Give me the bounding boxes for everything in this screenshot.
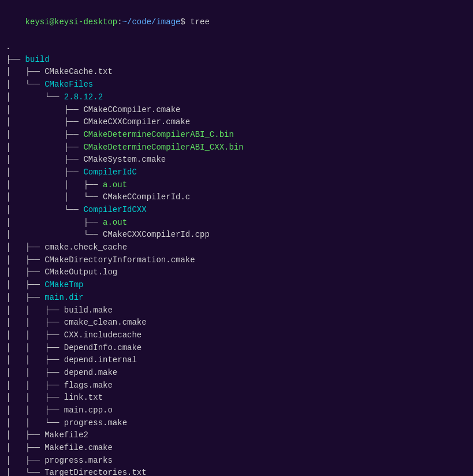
tree-line: │ ├── main.dir (6, 292, 467, 304)
terminal-window: keysi@keysi-desktop:~/code/image$ tree .… (6, 3, 467, 476)
tree-line: │ │ └── CMakeCCompilerId.c (6, 191, 467, 204)
prompt-path: ~/code/image (122, 17, 181, 27)
tree-line: │ │ ├── CXX.includecache (6, 329, 467, 342)
tree-line: │ ├── CMakeCXXCompiler.cmake (6, 116, 467, 129)
tree-line: │ ├── CMakeSystem.cmake (6, 154, 467, 166)
tree-line: │ └── CMakeFiles (6, 79, 467, 91)
tree-line: │ │ ├── depend.internal (6, 354, 467, 367)
tree-line: │ ├── a.out (6, 217, 467, 229)
tree-line: │ └── 2.8.12.2 (6, 91, 467, 104)
tree-line: │ ├── CMakeCache.txt (6, 66, 467, 79)
tree-line: │ │ ├── build.make (6, 304, 467, 317)
prompt-line: keysi@keysi-desktop:~/code/image$ tree (6, 3, 467, 41)
tree-line: │ │ ├── DependInfo.cmake (6, 342, 467, 355)
tree-line: │ ├── CMakeDetermineCompilerABI_C.bin (6, 129, 467, 142)
tree-line: │ ├── CMakeCCompiler.cmake (6, 104, 467, 117)
tree-line: │ │ ├── cmake_clean.cmake (6, 317, 467, 329)
tree-line: │ ├── Makefile2 (6, 429, 467, 442)
tree-line: │ ├── CMakeDetermineCompilerABI_CXX.bin (6, 142, 467, 154)
tree-line: │ │ ├── link.txt (6, 392, 467, 404)
tree-line: │ ├── CMakeTmp (6, 279, 467, 292)
tree-line: │ │ ├── main.cpp.o (6, 404, 467, 417)
tree-line: │ │ ├── depend.make (6, 367, 467, 380)
tree-line: │ ├── cmake.check_cache (6, 241, 467, 254)
tree-line: ├── build (6, 54, 467, 66)
command-text: tree (190, 17, 210, 27)
tree-line: │ └── CompilerIdCXX (6, 204, 467, 217)
tree-line: │ ├── Makefile.cmake (6, 442, 467, 455)
tree-line: │ └── TargetDirectories.txt (6, 467, 467, 476)
tree-line: │ │ └── progress.make (6, 417, 467, 430)
tree-line: │ │ ├── flags.make (6, 380, 467, 392)
tree-line: │ ├── progress.marks (6, 455, 467, 467)
tree-root: . (6, 41, 467, 54)
tree-line: │ ├── CMakeDirectoryInformation.cmake (6, 254, 467, 267)
prompt-user: keysi@keysi-desktop (25, 17, 118, 27)
tree-line: │ ├── CMakeOutput.log (6, 266, 467, 279)
tree-line: │ │ ├── a.out (6, 179, 467, 192)
tree-line: │ ├── CompilerIdC (6, 166, 467, 179)
tree-line: │ └── CMakeCXXCompilerId.cpp (6, 229, 467, 241)
